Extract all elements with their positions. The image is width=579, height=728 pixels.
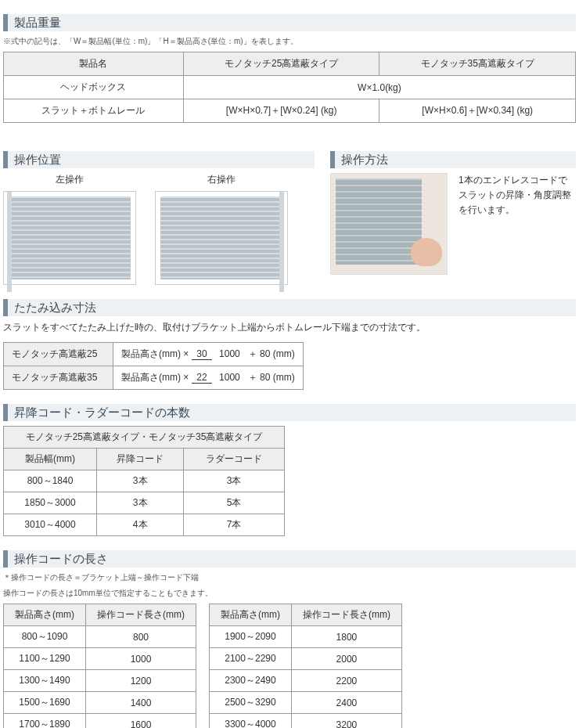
fold-row1-num: 22 bbox=[192, 372, 211, 384]
section-fold-title: たたみ込み寸法 bbox=[3, 299, 576, 316]
blind-left: 左操作 bbox=[3, 173, 136, 285]
cord-count-col0: 製品幅(mm) bbox=[4, 449, 97, 470]
title-bar bbox=[3, 404, 8, 421]
op-method-photo bbox=[330, 173, 448, 275]
section-op-method-title: 操作方法 bbox=[330, 151, 576, 168]
weight-row1-val: W×1.0(kg) bbox=[183, 76, 575, 99]
fold-row1-name: モノタッチ高遮蔽35 bbox=[4, 366, 113, 390]
blind-left-img bbox=[3, 191, 136, 285]
opRr3c1: 2400 bbox=[291, 692, 401, 714]
ccr0c2: 3本 bbox=[184, 470, 285, 492]
title-bar bbox=[3, 14, 8, 31]
cord-count-col2: ラダーコード bbox=[184, 449, 285, 470]
opRr3c0: 2500～3290 bbox=[209, 692, 291, 714]
blind-right-img bbox=[155, 191, 288, 285]
ccr2c0: 3010～4000 bbox=[4, 514, 97, 536]
ccr1c0: 1850～3000 bbox=[4, 492, 97, 514]
ccr1c2: 5本 bbox=[184, 492, 285, 514]
fold-row1-den: 1000 bbox=[214, 372, 245, 383]
weight-th-name: 製品名 bbox=[4, 52, 184, 76]
title-bar bbox=[3, 299, 8, 316]
weight-table: 製品名 モノタッチ25高遮蔽タイプ モノタッチ35高遮蔽タイプ ヘッドボックス … bbox=[3, 52, 576, 123]
weight-note: ※式中の記号は、「W＝製品幅(単位：m)」「H＝製品高さ(単位：m)」を表します… bbox=[3, 36, 576, 47]
weight-row2-v1: [W×H×0.7]＋[W×0.24] (kg) bbox=[183, 99, 379, 123]
fold-row0-name: モノタッチ高遮蔽25 bbox=[4, 343, 113, 366]
cord-count-col1: 昇降コード bbox=[97, 449, 184, 470]
op-method-text: 1本のエンドレスコードでスラットの昇降・角度調整を行います。 bbox=[459, 173, 576, 275]
fold-row0-den: 1000 bbox=[214, 348, 245, 359]
fold-row1-prefix: 製品高さ(mm) × bbox=[121, 371, 189, 384]
opLr1c1: 1000 bbox=[85, 648, 196, 670]
fold-row0-suffix: ＋ 80 (mm) bbox=[248, 348, 295, 361]
section-cord-count-title: 昇降コード・ラダーコードの本数 bbox=[3, 404, 576, 421]
op-cord-note1: ＊操作コードの長さ＝ブラケット上端～操作コード下端 bbox=[3, 572, 576, 583]
opRr2c0: 2300～2490 bbox=[209, 670, 291, 692]
blind-slats bbox=[160, 196, 282, 279]
photo-hand bbox=[411, 238, 442, 266]
opLr0c1: 800 bbox=[85, 626, 196, 648]
blind-cord bbox=[7, 192, 12, 292]
ccr0c1: 3本 bbox=[97, 470, 184, 492]
blind-right-label: 右操作 bbox=[155, 173, 288, 186]
opLr2c1: 1200 bbox=[85, 670, 196, 692]
title-bar bbox=[3, 550, 8, 568]
opRr0c1: 1800 bbox=[291, 626, 401, 648]
opRr4c1: 3200 bbox=[291, 714, 401, 729]
opRr1c1: 2000 bbox=[291, 648, 401, 670]
title-text: 昇降コード・ラダーコードの本数 bbox=[14, 405, 190, 420]
photo-blind bbox=[336, 178, 422, 265]
opL-col1: 操作コード長さ(mm) bbox=[85, 604, 196, 626]
opR-col1: 操作コード長さ(mm) bbox=[291, 604, 401, 626]
title-text: たたみ込み寸法 bbox=[14, 301, 96, 315]
opRr4c0: 3300～4000 bbox=[209, 714, 291, 729]
section-weight-title: 製品重量 bbox=[3, 14, 576, 31]
fold-row1-formula: 製品高さ(mm) × 22 1000 ＋ 80 (mm) bbox=[113, 366, 304, 390]
title-text: 製品重量 bbox=[14, 16, 61, 31]
weight-th-type25: モノタッチ25高遮蔽タイプ bbox=[183, 52, 379, 76]
cord-count-header-span: モノタッチ25高遮蔽タイプ・モノタッチ35高遮蔽タイプ bbox=[4, 427, 285, 449]
op-cord-note2: 操作コードの長さは10mm単位で指定することもできます。 bbox=[3, 588, 576, 599]
weight-row2-v2: [W×H×0.6]＋[W×0.34] (kg) bbox=[379, 99, 576, 123]
opLr3c0: 1500～1690 bbox=[4, 692, 86, 714]
op-position-diagrams: 左操作 右操作 bbox=[3, 173, 315, 285]
opL-col0: 製品高さ(mm) bbox=[4, 604, 86, 626]
opLr1c0: 1100～1290 bbox=[4, 648, 86, 670]
weight-row2-label: スラット＋ボトムレール bbox=[4, 99, 184, 123]
section-op-position-title: 操作位置 bbox=[3, 151, 315, 168]
cord-count-table: モノタッチ25高遮蔽タイプ・モノタッチ35高遮蔽タイプ 製品幅(mm) 昇降コー… bbox=[3, 426, 285, 536]
opR-col0: 製品高さ(mm) bbox=[209, 604, 291, 626]
blind-slats bbox=[9, 196, 131, 279]
opLr0c0: 800～1090 bbox=[4, 626, 86, 648]
fold-row1-suffix: ＋ 80 (mm) bbox=[248, 371, 295, 384]
fold-table: モノタッチ高遮蔽25 製品高さ(mm) × 30 1000 ＋ 80 (mm) … bbox=[3, 342, 304, 390]
op-method-block: 1本のエンドレスコードでスラットの昇降・角度調整を行います。 bbox=[330, 173, 576, 275]
op-cord-table-left: 製品高さ(mm) 操作コード長さ(mm) 800～1090800 1100～12… bbox=[3, 604, 196, 728]
title-text: 操作位置 bbox=[14, 153, 61, 168]
fold-desc: スラットをすべてたたみ上げた時の、取付けブラケット上端からボトムレール下端までの… bbox=[3, 321, 576, 334]
opRr1c0: 2100～2290 bbox=[209, 648, 291, 670]
title-bar bbox=[330, 151, 335, 168]
opLr4c1: 1600 bbox=[85, 714, 196, 729]
ccr2c1: 4本 bbox=[97, 514, 184, 536]
section-op-cord-len-title: 操作コードの長さ bbox=[3, 550, 576, 568]
weight-row1-label: ヘッドボックス bbox=[4, 76, 184, 99]
title-bar bbox=[3, 151, 8, 168]
title-text: 操作コードの長さ bbox=[14, 552, 108, 567]
ccr2c2: 7本 bbox=[184, 514, 285, 536]
fold-row0-formula: 製品高さ(mm) × 30 1000 ＋ 80 (mm) bbox=[113, 343, 304, 366]
op-cord-table-right: 製品高さ(mm) 操作コード長さ(mm) 1900～20901800 2100～… bbox=[209, 604, 402, 728]
opRr2c1: 2200 bbox=[291, 670, 401, 692]
blind-right: 右操作 bbox=[155, 173, 288, 285]
opRr0c0: 1900～2090 bbox=[209, 626, 291, 648]
opLr3c1: 1400 bbox=[85, 692, 196, 714]
blind-cord bbox=[279, 192, 284, 292]
op-cord-tables: 製品高さ(mm) 操作コード長さ(mm) 800～1090800 1100～12… bbox=[3, 604, 576, 728]
weight-th-type35: モノタッチ35高遮蔽タイプ bbox=[379, 52, 576, 76]
blind-left-label: 左操作 bbox=[3, 173, 136, 186]
ccr0c0: 800～1840 bbox=[4, 470, 97, 492]
opLr2c0: 1300～1490 bbox=[4, 670, 86, 692]
fold-row0-prefix: 製品高さ(mm) × bbox=[121, 348, 189, 361]
title-text: 操作方法 bbox=[341, 153, 388, 168]
ccr1c1: 3本 bbox=[97, 492, 184, 514]
fold-row0-num: 30 bbox=[192, 348, 211, 360]
